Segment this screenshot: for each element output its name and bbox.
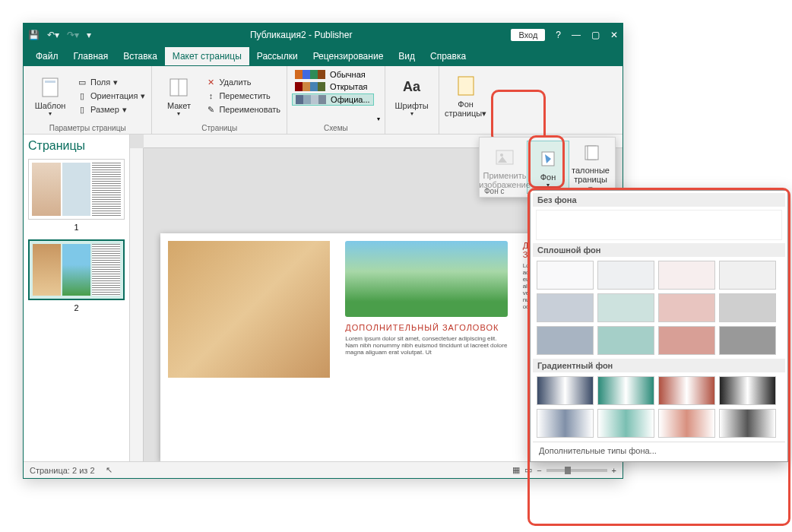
delete-icon: ✕: [205, 77, 216, 87]
svg-rect-9: [588, 146, 598, 160]
page-indicator[interactable]: Страница: 2 из 2: [30, 466, 95, 475]
gallery-section-solid: Сплошной фон: [533, 243, 785, 257]
tab-review[interactable]: Рецензирование: [306, 47, 391, 65]
save-icon[interactable]: 💾: [28, 30, 40, 40]
tab-page-layout[interactable]: Макет страницы: [165, 47, 249, 65]
orientation-icon: ▯: [77, 90, 87, 101]
group-schemes: Схемы: [292, 122, 379, 132]
zoom-in-icon[interactable]: +: [612, 466, 616, 475]
orientation-button[interactable]: ▯Ориентация▾: [75, 90, 147, 102]
statusbar: Страница: 2 из 2 ↖ ▦ ▭ − +: [24, 461, 623, 478]
undo-icon[interactable]: ↶▾: [47, 30, 59, 40]
gallery-section-gradient: Градиентный фон: [533, 359, 785, 372]
more-backgrounds-button[interactable]: Дополнительные типы фона...: [533, 442, 785, 459]
gradient-swatch[interactable]: [537, 409, 594, 438]
gradient-swatch[interactable]: [658, 376, 715, 405]
apply-image-button[interactable]: Применить изображение: [483, 141, 527, 194]
svg-point-6: [500, 154, 503, 157]
solid-swatch[interactable]: [719, 293, 776, 322]
background-ribbon-strip: Применить изображение Фон▾ талонные тран…: [479, 137, 616, 198]
size-button[interactable]: ▯Размер▾: [75, 103, 147, 116]
solid-swatch[interactable]: [597, 261, 654, 290]
solid-swatch[interactable]: [658, 326, 715, 355]
ribbon-tabs: Файл Главная Вставка Макет страницы Расс…: [24, 46, 623, 66]
gradient-swatch[interactable]: [719, 409, 776, 438]
group-pages: Страницы: [157, 122, 282, 132]
gradient-swatch[interactable]: [537, 376, 594, 405]
rename-page-button[interactable]: ✎Переименовать: [204, 103, 282, 116]
close-icon[interactable]: ✕: [610, 30, 618, 40]
move-page-button[interactable]: ↕Переместить: [204, 90, 282, 102]
tab-insert[interactable]: Вставка: [116, 47, 165, 65]
titlebar: 💾 ↶▾ ↷▾ ▾ Публикация2 - Publisher Вход ?…: [24, 24, 623, 46]
pages-panel-title: Страницы: [28, 139, 125, 153]
gradient-swatch[interactable]: [597, 409, 654, 438]
page-thumb-2[interactable]: [28, 239, 125, 300]
solid-swatch[interactable]: [597, 293, 654, 322]
color-schemes[interactable]: Обычная Открытая Официа...: [292, 69, 373, 122]
gallery-section-nobg: Без фона: [533, 193, 785, 207]
paint-bucket-icon: [536, 147, 560, 171]
group-page-params: Параметры страницы: [28, 122, 147, 132]
tab-file[interactable]: Файл: [28, 47, 66, 65]
margins-button[interactable]: ▭Поля▾: [75, 76, 147, 88]
body-text: Lorem ipsum dolor sit amet, consectetuer…: [345, 335, 507, 356]
background-gallery: Без фона Сплошной фон Градиентный фон До…: [530, 190, 788, 462]
svg-rect-1: [45, 81, 55, 83]
image-placeholder: [345, 241, 507, 317]
help-icon[interactable]: ?: [556, 30, 561, 40]
solid-swatch[interactable]: [537, 293, 594, 322]
ruler-vertical: [130, 148, 144, 461]
margins-icon: ▭: [77, 77, 87, 87]
zoom-out-icon[interactable]: −: [537, 466, 541, 475]
gradient-swatch[interactable]: [597, 376, 654, 405]
pages-panel: Страницы 1 2: [24, 135, 130, 461]
view-single-icon[interactable]: ▦: [512, 465, 520, 475]
page-thumb-1[interactable]: [28, 159, 125, 220]
heading: ДОПОЛНИТЕЛЬНЫЙ ЗАГОЛОВОК: [345, 323, 507, 332]
pointer-icon: ↖: [106, 465, 112, 475]
no-background-option[interactable]: [536, 210, 782, 240]
ribbon: Шаблон▾ ▭Поля▾ ▯Ориентация▾ ▯Размер▾ Пар…: [24, 66, 623, 135]
window-title: Публикация2 - Publisher: [91, 30, 511, 40]
layout-icon: [166, 75, 191, 100]
fonts-icon: Aa: [400, 75, 424, 100]
qat-more-icon[interactable]: ▾: [87, 30, 91, 40]
master-pages-icon: [578, 141, 603, 164]
apply-image-icon: [493, 145, 517, 169]
redo-icon[interactable]: ↷▾: [67, 30, 79, 40]
gradient-swatch[interactable]: [658, 409, 715, 438]
background-icon: [454, 74, 478, 98]
tab-view[interactable]: Вид: [391, 47, 423, 65]
solid-swatch[interactable]: [658, 261, 715, 290]
maximize-icon[interactable]: ▢: [591, 30, 600, 40]
template-button[interactable]: Шаблон▾: [28, 69, 72, 122]
solid-swatch[interactable]: [719, 261, 776, 290]
tab-help[interactable]: Справка: [423, 47, 474, 65]
gradient-swatch[interactable]: [719, 376, 776, 405]
delete-page-button[interactable]: ✕Удалить: [204, 76, 282, 88]
image-placeholder: [168, 241, 330, 378]
template-icon: [38, 75, 62, 100]
solid-swatch[interactable]: [537, 261, 594, 290]
move-icon: ↕: [205, 90, 216, 101]
solid-swatch[interactable]: [597, 326, 654, 355]
master-pages-button[interactable]: талонные траницы▾: [569, 141, 612, 194]
tab-home[interactable]: Главная: [66, 47, 116, 65]
tab-mailings[interactable]: Рассылки: [249, 47, 306, 65]
svg-rect-4: [458, 77, 474, 95]
solid-swatch[interactable]: [537, 326, 594, 355]
zoom-slider[interactable]: [546, 469, 607, 472]
size-icon: ▯: [77, 104, 87, 115]
layout-button[interactable]: Макет▾: [157, 69, 201, 122]
page-background-button[interactable]: Фон страницы▾: [444, 69, 488, 122]
signin-button[interactable]: Вход: [511, 29, 545, 41]
minimize-icon[interactable]: —: [572, 30, 581, 40]
solid-swatch[interactable]: [719, 326, 776, 355]
fonts-button[interactable]: Aa Шрифты▾: [390, 69, 434, 122]
background-dropdown-button[interactable]: Фон▾: [527, 141, 569, 194]
solid-swatch[interactable]: [658, 293, 715, 322]
rename-icon: ✎: [205, 104, 216, 115]
view-spread-icon[interactable]: ▭: [524, 465, 532, 475]
